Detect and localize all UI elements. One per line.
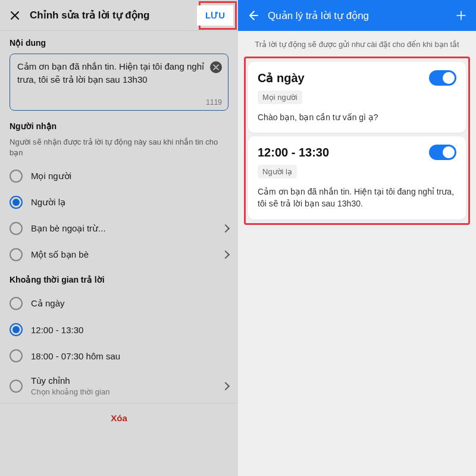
- toggle-switch[interactable]: [429, 145, 456, 160]
- char-count: 1119: [206, 98, 222, 107]
- close-icon[interactable]: [8, 9, 21, 22]
- option-label: Tùy chỉnh: [31, 375, 214, 386]
- card-body: Cảm ơn bạn đã nhắn tin. Hiện tại tôi đan…: [258, 186, 456, 210]
- content-section-label: Nội dung: [10, 38, 228, 48]
- radio-icon: [10, 248, 23, 261]
- recipient-section-desc: Người sẽ nhận được trả lời tự động này s…: [10, 137, 228, 158]
- auto-reply-card[interactable]: 12:00 - 13:30 Người lạ Cảm ơn bạn đã nhắ…: [248, 136, 466, 220]
- message-text: Cảm ơn bạn đã nhắn tin. Hiện tại tôi đan…: [17, 60, 206, 86]
- left-title: Chỉnh sửa trả lời tự động: [30, 9, 197, 21]
- radio-icon: [10, 222, 23, 235]
- recipient-option[interactable]: Bạn bè ngoại trừ...: [0, 215, 238, 242]
- toggle-switch[interactable]: [429, 70, 456, 86]
- chevron-right-icon: [221, 382, 230, 390]
- recipient-tag: Mọi người: [258, 90, 302, 104]
- card-title: Cả ngày: [258, 71, 305, 85]
- time-option[interactable]: Cả ngày: [0, 290, 238, 317]
- option-label: Bạn bè ngoại trừ...: [31, 223, 214, 234]
- radio-icon: [10, 170, 23, 183]
- edit-auto-reply-screen: Chỉnh sửa trả lời tự động LƯU Nội dung C…: [0, 0, 238, 476]
- recipient-section-label: Người nhận: [10, 121, 228, 131]
- option-sublabel: Chọn khoảng thời gian: [31, 387, 214, 396]
- manage-auto-reply-screen: Quản lý trả lời tự động Trả lời tự động …: [238, 0, 476, 476]
- option-label: Cả ngày: [31, 298, 228, 309]
- time-option[interactable]: 12:00 - 13:30: [0, 317, 238, 343]
- right-title: Quản lý trả lời tự động: [268, 10, 455, 22]
- radio-icon: [10, 297, 23, 310]
- chevron-right-icon: [221, 224, 230, 233]
- auto-reply-card[interactable]: Cả ngày Mọi người Chào bạn, bạn cần tư v…: [248, 62, 466, 133]
- message-textarea[interactable]: Cảm ơn bạn đã nhắn tin. Hiện tại tôi đan…: [10, 54, 228, 111]
- radio-icon: [10, 380, 23, 393]
- back-arrow-icon[interactable]: [246, 9, 259, 22]
- chevron-right-icon: [221, 250, 230, 259]
- card-body: Chào bạn, bạn cần tư vấn gì ạ?: [258, 111, 456, 123]
- time-section-label: Khoảng thời gian trả lời: [10, 275, 228, 284]
- time-option[interactable]: Tùy chỉnh Chọn khoảng thời gian: [0, 369, 238, 403]
- save-button[interactable]: LƯU: [197, 5, 233, 26]
- delete-button[interactable]: Xóa: [0, 403, 238, 433]
- recipient-option[interactable]: Người lạ: [0, 189, 238, 215]
- radio-icon: [10, 196, 23, 209]
- option-label: 12:00 - 13:30: [31, 325, 228, 335]
- option-label: 18:00 - 07:30 hôm sau: [31, 351, 228, 361]
- annotation-highlight-cards: Cả ngày Mọi người Chào bạn, bạn cần tư v…: [244, 57, 470, 225]
- add-icon[interactable]: [455, 9, 468, 22]
- right-header: Quản lý trả lời tự động: [238, 0, 476, 31]
- time-option[interactable]: 18:00 - 07:30 hôm sau: [0, 343, 238, 369]
- option-label: Mọi người: [31, 171, 228, 181]
- right-description: Trả lời tự động sẽ được gửi như cài đặt …: [238, 31, 476, 57]
- option-label: Người lạ: [31, 197, 228, 208]
- radio-icon: [10, 349, 23, 362]
- option-label: Một số bạn bè: [31, 249, 214, 260]
- recipient-option[interactable]: Mọi người: [0, 163, 238, 189]
- recipient-tag: Người lạ: [258, 165, 297, 178]
- card-title: 12:00 - 13:30: [258, 146, 329, 159]
- radio-icon: [10, 323, 23, 336]
- recipient-option[interactable]: Một số bạn bè: [0, 242, 238, 268]
- clear-text-icon[interactable]: [210, 61, 222, 73]
